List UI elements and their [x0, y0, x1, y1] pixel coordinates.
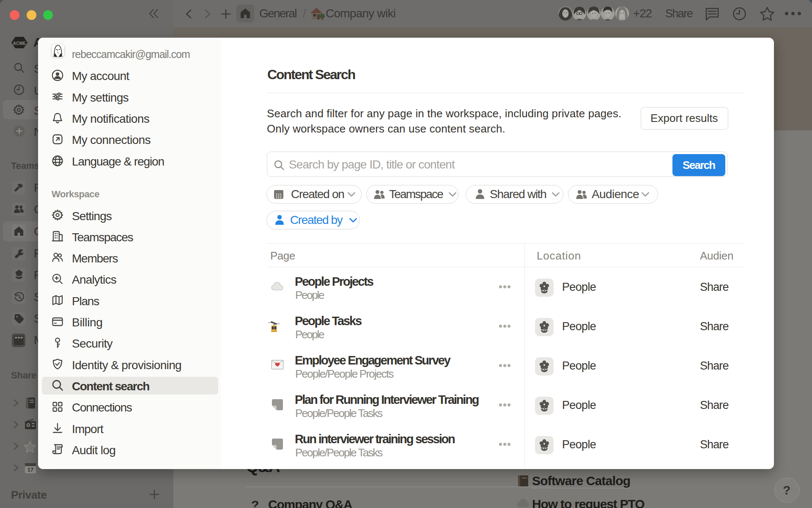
svg-text:ACME: ACME	[13, 41, 26, 46]
svg-text:17: 17	[27, 467, 33, 473]
